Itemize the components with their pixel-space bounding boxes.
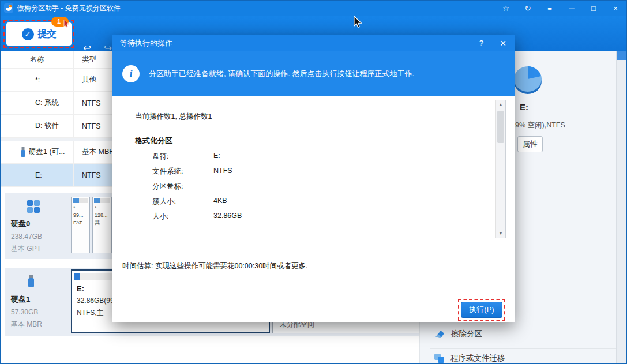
partition-block[interactable]: *: 99... FAT...	[71, 197, 90, 253]
partition-name: E:	[1, 171, 73, 179]
properties-button[interactable]: 属性	[517, 136, 543, 152]
action-label: 程序或文件迁移	[450, 353, 505, 363]
action-label: 擦除分区	[451, 329, 482, 339]
star-icon[interactable]: ☆	[495, 1, 517, 16]
window-controls: ☆ ↻ ≡ ─ □ ×	[495, 1, 626, 16]
maximize-button[interactable]: □	[583, 1, 605, 16]
divider	[430, 348, 621, 349]
partition-name: C: 系统	[1, 98, 73, 108]
check-icon: ✓	[22, 28, 34, 40]
capacity-bar	[73, 198, 88, 203]
field-label: 文件系统:	[152, 167, 213, 177]
scrollbar-up-icon[interactable]	[617, 51, 626, 60]
selected-drive-info: 9% 空闲),NTFS	[515, 121, 565, 130]
field-value: NTFS	[213, 167, 232, 177]
pending-operations-dialog: 等待执行的操作 ? ✕ i 分区助手已经准备就绪, 请确认下面的操作. 然后点击…	[112, 35, 515, 322]
field-label: 大小:	[152, 212, 213, 222]
partition-size: 99...	[72, 212, 89, 219]
scroll-down-icon[interactable]: ▼	[496, 231, 505, 236]
partition-fs: 其...	[93, 219, 111, 227]
field-label: 盘符:	[152, 152, 213, 162]
badge-cursor-icon	[63, 20, 70, 28]
minimize-button[interactable]: ─	[561, 1, 583, 16]
operations-content: 当前操作数1, 总操作数1 格式化分区 盘符: E: 文件系统: NTFS 分区…	[121, 100, 505, 238]
field-value: E:	[213, 152, 220, 162]
operations-summary: 当前操作数1, 总操作数1	[135, 112, 491, 122]
disk-scheme: 基本 MBR	[11, 320, 69, 329]
field-label: 簇大小:	[152, 197, 213, 207]
operation-fields: 盘符: E: 文件系统: NTFS 分区卷标: 簇大小: 4KB	[152, 152, 491, 222]
disk-size: 238.47GB	[11, 232, 69, 241]
field-row: 簇大小: 4KB	[152, 197, 491, 207]
action-app-migration[interactable]: 程序或文件迁移	[434, 353, 505, 363]
disk-name: 硬盘1	[11, 294, 69, 305]
disk-name: 硬盘1 (可...	[29, 147, 65, 157]
field-row: 分区卷标:	[152, 182, 491, 192]
field-value: 4KB	[213, 197, 227, 207]
selected-drive-label: E:	[520, 102, 528, 112]
disk-icon	[27, 200, 40, 213]
partition-name: *:	[1, 76, 73, 84]
dialog-scrollbar[interactable]: ▲ ▼	[495, 100, 505, 238]
migrate-icon	[434, 354, 445, 363]
usb-drive-icon	[20, 147, 26, 157]
field-row: 大小: 32.86GB	[152, 212, 491, 222]
disk0-card[interactable]: 硬盘0 238.47GB 基本 GPT	[5, 193, 69, 259]
disk-name: 硬盘0	[11, 219, 69, 229]
submit-button-label: 提交	[38, 28, 57, 40]
eraser-icon	[434, 329, 445, 339]
titlebar: 傲梅分区助手 - 免费无损分区软件 ☆ ↻ ≡ ─ □ ×	[1, 1, 626, 16]
dialog-intro-text: 分区助手已经准备就绪, 请确认下面的操作. 然后点击执行按钮让程序正式地工作.	[149, 69, 414, 79]
field-row: 文件系统: NTFS	[152, 167, 491, 177]
dialog-divider	[112, 295, 515, 295]
dialog-title: 等待执行的操作	[120, 38, 172, 48]
disk1-card[interactable]: 硬盘1 57.30GB 基本 MBR	[5, 268, 69, 336]
scrollbar-thumb[interactable]	[497, 111, 504, 143]
partition-block[interactable]: *: 128... 其...	[92, 197, 112, 253]
dialog-help-icon[interactable]: ?	[479, 39, 483, 48]
mouse-cursor	[354, 16, 363, 29]
scroll-up-icon[interactable]: ▲	[496, 102, 505, 107]
execute-highlight-outline: 执行(P)	[458, 299, 505, 321]
field-value: 32.86GB	[213, 212, 242, 222]
window-title: 傲梅分区助手 - 免费无损分区软件	[17, 3, 121, 13]
app-window: 傲梅分区助手 - 免费无损分区软件 ☆ ↻ ≡ ─ □ × 克隆 转换 清理	[0, 0, 627, 364]
dialog-close-icon[interactable]: ✕	[500, 39, 506, 48]
time-estimate-text: 时间估算: 实现这些操作可能需要花00:00:30时间或者更多.	[122, 261, 308, 271]
capacity-bar	[94, 198, 110, 203]
partition-fs: FAT...	[72, 219, 89, 227]
partition-size: 128...	[93, 212, 111, 219]
operation-name: 格式化分区	[135, 136, 491, 146]
app-logo-icon	[4, 3, 13, 13]
usb-drive-icon	[27, 275, 35, 288]
disk-size: 57.30GB	[11, 308, 69, 316]
operations-list-box: 当前操作数1, 总操作数1 格式化分区 盘符: E: 文件系统: NTFS 分区…	[121, 100, 506, 238]
menu-icon[interactable]: ≡	[539, 1, 561, 16]
execute-button[interactable]: 执行(P)	[461, 302, 502, 318]
column-header-name[interactable]: 名称	[1, 55, 73, 65]
refresh-icon[interactable]: ↻	[517, 1, 539, 16]
field-row: 盘符: E:	[152, 152, 491, 162]
disk-usage-pie-icon	[513, 64, 543, 96]
scrollbar[interactable]	[616, 51, 626, 363]
partition-label: *:	[93, 204, 111, 212]
partition-label: *:	[72, 204, 89, 212]
field-label: 分区卷标:	[152, 182, 213, 192]
partition-name: D: 软件	[1, 121, 73, 131]
info-icon: i	[122, 65, 140, 82]
dialog-info-banner: i 分区助手已经准备就绪, 请确认下面的操作. 然后点击执行按钮让程序正式地工作…	[112, 51, 515, 96]
disk-scheme: 基本 GPT	[11, 244, 69, 254]
dialog-titlebar: 等待执行的操作 ? ✕	[112, 35, 515, 51]
close-button[interactable]: ×	[605, 1, 626, 16]
action-erase-partition[interactable]: 擦除分区	[434, 329, 482, 339]
